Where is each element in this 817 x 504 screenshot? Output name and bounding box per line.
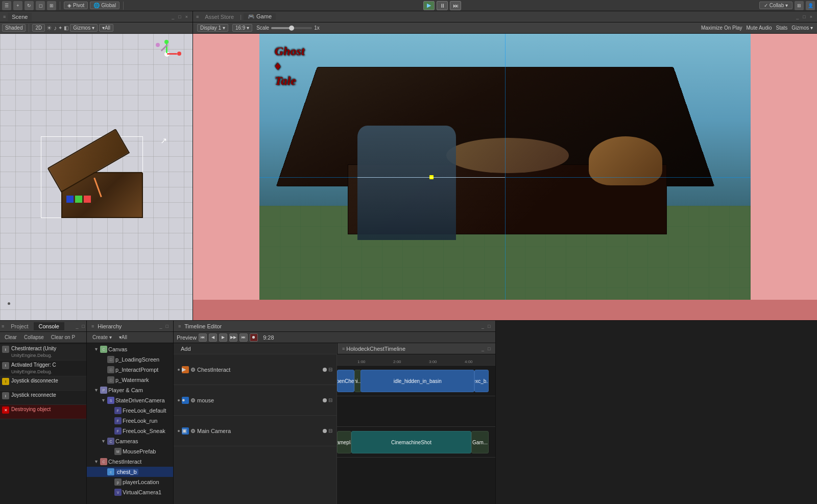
hier-player-cam[interactable]: ▼ P Player & Cam — [87, 385, 173, 395]
tl-record-btn[interactable]: ⏺ — [250, 333, 258, 342]
scene-sky-icon[interactable]: ◧ — [64, 25, 68, 31]
console-tab-btn[interactable]: Console — [34, 322, 64, 330]
tl-camera-menu[interactable]: ⊟ — [328, 428, 332, 434]
hier-cameras[interactable]: ▼ C Cameras — [87, 436, 173, 446]
clip-exc-b[interactable]: exc_b... — [474, 370, 489, 392]
play-button[interactable]: ▶ — [423, 1, 435, 10]
hier-freelook-sneak[interactable]: F FreeLook_Sneak — [87, 426, 173, 436]
account-icon[interactable]: 👤 — [806, 1, 815, 10]
tl-mouse-menu[interactable]: ⊟ — [328, 397, 332, 403]
canvas-icon: C — [100, 346, 107, 353]
hier-interact[interactable]: □ p_InteractPrompt — [87, 365, 173, 375]
minimize-holodeck[interactable]: _ — [480, 346, 486, 351]
scene-grid: ↗ — [0, 34, 193, 320]
tl-chest-menu[interactable]: ⊟ — [328, 367, 332, 372]
clear-on-play-button[interactable]: Clear on P — [49, 334, 78, 341]
asset-store-tab[interactable]: Asset Store — [201, 13, 238, 21]
add-track-button[interactable]: Add — [177, 344, 195, 353]
scene-light-icon[interactable]: ☀ — [46, 25, 52, 32]
console-entry-1[interactable]: i Activated Trigger: C UnityEngine.Debug… — [0, 361, 86, 377]
preview-label[interactable]: Preview — [177, 334, 197, 341]
maximize-holodeck[interactable]: □ — [486, 346, 492, 351]
hier-all-button[interactable]: ▾All — [116, 334, 130, 341]
maximize-game[interactable]: □ — [801, 14, 807, 19]
scene-tab[interactable]: Scene — [8, 13, 32, 21]
tl-mouse-record[interactable] — [191, 398, 195, 402]
collab-button[interactable]: ✓ Collab ▾ — [759, 2, 792, 9]
mute-label[interactable]: Mute Audio — [746, 25, 772, 31]
step-button[interactable]: ⏭ — [450, 1, 461, 10]
hierarchy-header: ≡ Hierarchy _ □ — [87, 321, 173, 332]
color-sq-green — [75, 196, 82, 203]
display-button[interactable]: Display 1 ▾ — [197, 24, 228, 32]
hier-canvas[interactable]: ▼ C Canvas — [87, 344, 173, 354]
clip-open-chest[interactable]: openChest — [337, 370, 354, 392]
select-icon[interactable]: ◻ — [36, 1, 45, 10]
hier-state-camera[interactable]: ▼ S StateDrivenCamera — [87, 395, 173, 405]
hier-mouse-prefab[interactable]: M MousePrefab — [87, 446, 173, 457]
console-entry-0[interactable]: i ChestInteract (Unity UnityEngine.Debug… — [0, 344, 86, 361]
tl-mouse-mute[interactable] — [323, 398, 327, 402]
console-entry-4[interactable]: ✕ Destroying object — [0, 405, 86, 419]
clip-gameplay[interactable]: Gameplay — [337, 431, 351, 453]
hier-freelook-run[interactable]: F FreeLook_run — [87, 416, 173, 426]
clip-cinemachine[interactable]: CinemachineShot — [351, 431, 471, 453]
hier-chest-b[interactable]: c chest_b — [87, 467, 173, 477]
refresh-icon[interactable]: ↻ — [25, 1, 34, 10]
maximize-label[interactable]: Maximize On Play — [701, 25, 742, 31]
minimize-hier[interactable]: _ — [158, 324, 164, 329]
maximize-scene[interactable]: □ — [177, 14, 182, 19]
tl-chest-record[interactable] — [191, 368, 195, 372]
tl-prev-btn[interactable]: ◀ — [209, 333, 217, 342]
close-scene[interactable]: × — [184, 14, 189, 19]
hier-watermark[interactable]: □ p_Watermark — [87, 375, 173, 385]
hier-chest-interact[interactable]: ▼ C ChestInteract — [87, 457, 173, 467]
project-tab[interactable]: Project — [6, 322, 33, 330]
create-button[interactable]: Create ▾ — [90, 334, 114, 341]
color-gizmo — [66, 196, 91, 203]
2d-button[interactable]: 2D — [32, 24, 45, 32]
minimize-console[interactable]: _ — [75, 324, 80, 329]
gizmos-game-label[interactable]: Gizmos ▾ — [791, 25, 813, 31]
ratio-button[interactable]: 16:9 ▾ — [232, 24, 252, 32]
layers-icon[interactable]: ⊞ — [795, 1, 804, 10]
plus-icon[interactable]: + — [13, 1, 22, 10]
hier-virtual-cam[interactable]: V VirtualCamera1 — [87, 487, 173, 497]
hier-freelook-default[interactable]: F FreeLook_default — [87, 405, 173, 416]
clip-idle-hidden[interactable]: idle_hidden_in_basin — [361, 370, 474, 392]
tl-camera-mute[interactable] — [323, 429, 327, 433]
minimize-game[interactable]: _ — [795, 14, 800, 19]
gizmos-button[interactable]: Gizmos ▾ — [70, 24, 98, 32]
tl-chest-mute[interactable] — [323, 368, 327, 372]
hier-player-loc[interactable]: p playerLocation — [87, 477, 173, 487]
tl-camera-dot — [178, 430, 180, 432]
maximize-timeline[interactable]: □ — [486, 324, 492, 329]
clear-button[interactable]: Clear — [2, 334, 19, 341]
collapse-button[interactable]: Collapse — [21, 334, 46, 341]
tl-back-btn[interactable]: ⏮ — [199, 333, 207, 342]
scene-effect-icon[interactable]: ✦ — [58, 25, 62, 31]
console-entry-2[interactable]: ! Joystick disconnecte — [0, 376, 86, 391]
close-game[interactable]: × — [808, 14, 814, 19]
maximize-hier[interactable]: □ — [164, 324, 170, 329]
tl-camera-record[interactable] — [191, 429, 195, 433]
stats-label[interactable]: Stats — [776, 25, 788, 31]
pivot-button[interactable]: ◈ Pivot — [64, 2, 88, 9]
hier-loading[interactable]: □ p_LoadingScreen — [87, 354, 173, 365]
global-button[interactable]: 🌐 Global — [90, 2, 119, 9]
minimize-timeline[interactable]: _ — [480, 324, 486, 329]
scale-button[interactable]: ▾All — [99, 24, 113, 32]
pause-button[interactable]: ⏸ — [437, 1, 448, 10]
console-entry-3[interactable]: i Joystick reconnecte — [0, 391, 86, 405]
scale-slider[interactable] — [271, 27, 312, 29]
maximize-console[interactable]: □ — [81, 324, 86, 329]
tl-forward-btn[interactable]: ⏭ — [239, 333, 248, 342]
game-tab[interactable]: 🎮 Game — [244, 13, 276, 20]
tl-next-btn[interactable]: ▶▶ — [229, 333, 237, 342]
tl-play-btn[interactable]: ▶ — [219, 333, 227, 342]
layout-icon[interactable]: ⊞ — [47, 1, 56, 10]
scene-audio-icon[interactable]: ♪ — [54, 25, 57, 32]
minimize-scene[interactable]: _ — [170, 14, 176, 19]
clip-gam[interactable]: Gam... — [471, 431, 489, 453]
shaded-button[interactable]: Shaded — [2, 24, 26, 32]
